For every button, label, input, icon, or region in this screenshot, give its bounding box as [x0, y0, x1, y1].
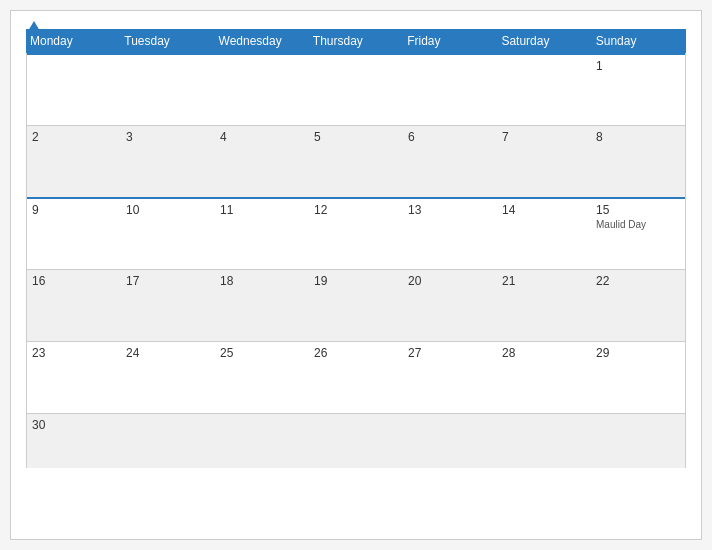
calendar-cell: 8	[591, 125, 685, 197]
day-number: 27	[408, 346, 492, 360]
calendar-cell: 22	[591, 269, 685, 341]
calendar-grid: 123456789101112131415Maulid Day161718192…	[26, 53, 686, 468]
calendar-container: Monday Tuesday Wednesday Thursday Friday…	[10, 10, 702, 540]
day-number: 8	[596, 130, 680, 144]
calendar-cell	[309, 413, 403, 468]
calendar-cell: 29	[591, 341, 685, 413]
day-number: 13	[408, 203, 492, 217]
logo-blue-text	[26, 21, 40, 33]
calendar-cell: 26	[309, 341, 403, 413]
calendar-cell: 12	[309, 197, 403, 269]
day-number: 5	[314, 130, 398, 144]
calendar-cell: 15Maulid Day	[591, 197, 685, 269]
day-number: 16	[32, 274, 116, 288]
calendar-cell: 2	[27, 125, 121, 197]
calendar-cell: 18	[215, 269, 309, 341]
day-thursday: Thursday	[309, 29, 403, 53]
calendar-cell: 27	[403, 341, 497, 413]
calendar-cell: 14	[497, 197, 591, 269]
days-header: Monday Tuesday Wednesday Thursday Friday…	[26, 29, 686, 53]
calendar-cell	[27, 53, 121, 125]
calendar-cell	[309, 53, 403, 125]
calendar-cell	[403, 53, 497, 125]
day-number: 25	[220, 346, 304, 360]
logo-triangle-icon	[28, 21, 40, 31]
calendar-cell	[591, 413, 685, 468]
day-number: 3	[126, 130, 210, 144]
calendar-cell: 16	[27, 269, 121, 341]
day-number: 26	[314, 346, 398, 360]
day-sunday: Sunday	[592, 29, 686, 53]
calendar-cell: 21	[497, 269, 591, 341]
day-number: 7	[502, 130, 586, 144]
day-number: 29	[596, 346, 680, 360]
event-text: Maulid Day	[596, 219, 646, 230]
day-number: 22	[596, 274, 680, 288]
day-wednesday: Wednesday	[215, 29, 309, 53]
day-number: 9	[32, 203, 116, 217]
calendar-cell: 10	[121, 197, 215, 269]
calendar-cell: 5	[309, 125, 403, 197]
calendar-cell: 30	[27, 413, 121, 468]
day-number: 28	[502, 346, 586, 360]
calendar-cell	[497, 413, 591, 468]
day-number: 24	[126, 346, 210, 360]
calendar-cell: 28	[497, 341, 591, 413]
day-number: 30	[32, 418, 116, 432]
calendar-cell	[121, 53, 215, 125]
day-number: 1	[596, 59, 680, 73]
calendar-cell: 25	[215, 341, 309, 413]
day-saturday: Saturday	[497, 29, 591, 53]
calendar-cell: 4	[215, 125, 309, 197]
calendar-cell: 13	[403, 197, 497, 269]
day-tuesday: Tuesday	[120, 29, 214, 53]
day-number: 17	[126, 274, 210, 288]
day-number: 19	[314, 274, 398, 288]
calendar-cell	[215, 413, 309, 468]
calendar-cell: 24	[121, 341, 215, 413]
day-number: 12	[314, 203, 398, 217]
calendar-cell	[497, 53, 591, 125]
day-number: 15	[596, 203, 680, 217]
calendar-cell: 1	[591, 53, 685, 125]
day-number: 2	[32, 130, 116, 144]
day-number: 14	[502, 203, 586, 217]
day-number: 21	[502, 274, 586, 288]
calendar-cell: 17	[121, 269, 215, 341]
day-number: 10	[126, 203, 210, 217]
calendar-cell: 9	[27, 197, 121, 269]
day-friday: Friday	[403, 29, 497, 53]
day-number: 18	[220, 274, 304, 288]
day-number: 20	[408, 274, 492, 288]
calendar-cell: 6	[403, 125, 497, 197]
day-monday: Monday	[26, 29, 120, 53]
calendar-cell	[215, 53, 309, 125]
calendar-cell	[121, 413, 215, 468]
logo	[26, 21, 40, 33]
calendar-cell: 3	[121, 125, 215, 197]
calendar-cell: 20	[403, 269, 497, 341]
day-number: 4	[220, 130, 304, 144]
day-number: 11	[220, 203, 304, 217]
calendar-cell: 19	[309, 269, 403, 341]
calendar-cell	[403, 413, 497, 468]
calendar-cell: 11	[215, 197, 309, 269]
day-number: 6	[408, 130, 492, 144]
day-number: 23	[32, 346, 116, 360]
calendar-cell: 7	[497, 125, 591, 197]
calendar-cell: 23	[27, 341, 121, 413]
